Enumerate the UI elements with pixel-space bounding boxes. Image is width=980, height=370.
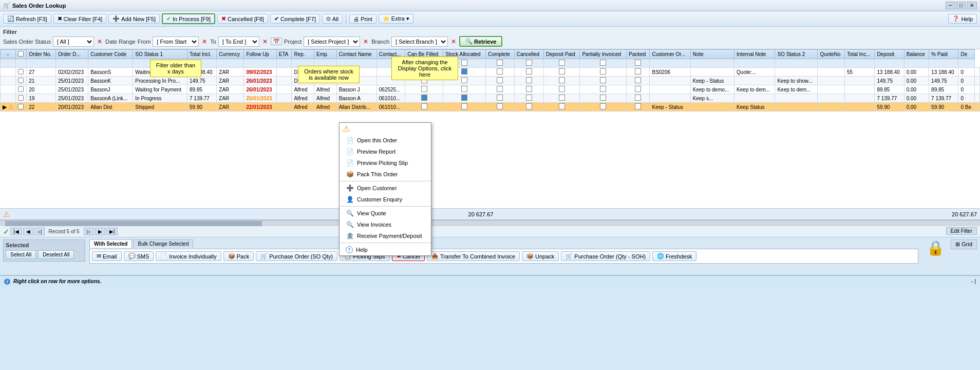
- col-partially-invoiced[interactable]: Partially Invoiced: [580, 50, 627, 59]
- col-minus[interactable]: -: [1, 50, 16, 59]
- project-select[interactable]: [ Select Project ]: [304, 36, 360, 47]
- table-row[interactable]: ▶ ⚠ 22 20/01/2023 Allan Dist Shipped 59.…: [1, 103, 980, 112]
- col-so-status-1[interactable]: SO Status 1: [133, 50, 187, 59]
- col-deposit-paid[interactable]: Deposit Paid: [544, 50, 580, 59]
- col-contact-name[interactable]: Contact Name: [336, 50, 376, 59]
- col-customer-code[interactable]: Customer Code: [88, 50, 133, 59]
- next-record-button[interactable]: ▶: [95, 228, 105, 235]
- extra-button[interactable]: ⭐ Extra ▾: [379, 14, 413, 24]
- unpack-button[interactable]: 📦 Unpack: [522, 251, 559, 261]
- col-customer-or[interactable]: Customer Or...: [650, 50, 690, 59]
- first-record-button[interactable]: |◀: [10, 228, 22, 235]
- branch-clear-button[interactable]: ✕: [450, 38, 457, 45]
- col-rep[interactable]: Rep.: [292, 50, 314, 59]
- ctx-customer-enquiry[interactable]: 👤 Customer Enquiry: [340, 194, 431, 205]
- row-checkbox[interactable]: [18, 69, 24, 75]
- col-order-date[interactable]: Order D...: [55, 50, 88, 59]
- retrieve-button[interactable]: 🔍 Retrieve: [459, 36, 502, 47]
- ctx-preview-report[interactable]: 📄 Preview Report: [340, 146, 431, 157]
- freshdesk-button[interactable]: 🌐 Freshdesk: [652, 251, 696, 261]
- ctx-preview-picking-slip[interactable]: 📄 Preview Picking Slip: [340, 157, 431, 169]
- clear-filter-button[interactable]: ✖ Clear Filter [F4]: [53, 14, 107, 24]
- col-quote-no[interactable]: QuoteNo: [818, 50, 845, 59]
- col-packed[interactable]: Packed: [627, 50, 650, 59]
- ctx-help[interactable]: ? Help: [340, 244, 431, 255]
- select-all-button[interactable]: Select All: [6, 250, 36, 259]
- ctx-view-invoices[interactable]: 🔍 View Invoices: [340, 219, 431, 230]
- maximize-button[interactable]: □: [956, 2, 966, 9]
- sms-button[interactable]: 💬 SMS: [124, 251, 154, 261]
- col-internal-note[interactable]: Internal Note: [734, 50, 775, 59]
- col-currency[interactable]: Currency: [217, 50, 244, 59]
- minimize-button[interactable]: ─: [946, 2, 955, 9]
- col-can-be-filled[interactable]: Can Be Filled: [405, 50, 443, 59]
- help-button[interactable]: ❓ Help: [948, 14, 977, 24]
- horizontal-scrollbar[interactable]: [0, 220, 980, 226]
- email-button[interactable]: ✉ Email: [92, 251, 122, 261]
- status-select[interactable]: [ All ]: [53, 36, 94, 47]
- table-row[interactable]: 27 02/02/2023 BassonS Waiting for Paymen…: [1, 68, 980, 77]
- col-deposit[interactable]: Deposit: [875, 50, 904, 59]
- col-note[interactable]: Note: [690, 50, 734, 59]
- next-page-button[interactable]: ▷: [84, 228, 94, 235]
- col-so-status-2[interactable]: SO Status 2: [775, 50, 818, 59]
- col-eta[interactable]: ETA: [276, 50, 292, 59]
- ctx-open-customer[interactable]: ➕ Open Customer: [340, 182, 431, 194]
- bulk-change-tab[interactable]: Bulk Change Selected: [133, 239, 193, 248]
- pack-button[interactable]: 📦 Pack: [223, 251, 254, 261]
- calendar-button[interactable]: 📅: [271, 38, 282, 45]
- with-selected-tab[interactable]: With Selected: [89, 239, 132, 248]
- row-checkbox[interactable]: [18, 95, 24, 101]
- cancelled-button[interactable]: ✖ Cancelled [F8]: [217, 14, 268, 24]
- complete-button[interactable]: ✔ Complete [F7]: [270, 14, 320, 24]
- add-new-button[interactable]: ➕ Add New [F5]: [108, 14, 160, 24]
- col-total-incl[interactable]: Total Incl.: [187, 50, 217, 59]
- col-total-inc2[interactable]: Total Inc...: [844, 50, 874, 59]
- row-checkbox[interactable]: [18, 78, 24, 83]
- row-checkbox[interactable]: [18, 104, 24, 109]
- branch-select[interactable]: [ Select Branch ]: [391, 36, 448, 47]
- from-select[interactable]: [ From Start ]: [153, 36, 199, 47]
- col-contact2[interactable]: Contact...: [376, 50, 405, 59]
- ctx-pack-order[interactable]: 📦 Pack This Order: [340, 169, 431, 180]
- to-clear-button[interactable]: ✕: [261, 38, 269, 45]
- prev-record-button[interactable]: ◀: [23, 228, 33, 235]
- transfer-combined-button[interactable]: 📤 Transfer To Combined Invoice: [427, 251, 520, 261]
- table-container[interactable]: Orders where stock is available now - Or…: [0, 49, 980, 209]
- to-select[interactable]: [ To End ]: [218, 36, 259, 47]
- from-clear-button[interactable]: ✕: [201, 38, 208, 45]
- purchase-order-qty-button[interactable]: 🛒 Purchase Order (SO Qty): [256, 251, 337, 261]
- in-process-button[interactable]: ✔ In Process [F9]: [162, 13, 215, 24]
- row-checkbox[interactable]: [18, 86, 24, 92]
- refresh-button[interactable]: 🔄 Refresh [F3]: [3, 14, 51, 24]
- last-record-button[interactable]: ▶|: [106, 228, 118, 235]
- grid-button[interactable]: ⊞ Grid: [951, 239, 977, 249]
- context-menu[interactable]: ⚠ 📄 Open this Order 📄 Preview Report 📄 P…: [339, 122, 431, 256]
- all-button[interactable]: ⊙ All: [322, 14, 343, 24]
- col-complete[interactable]: Complete: [486, 50, 515, 59]
- col-cancelled[interactable]: Cancelled: [514, 50, 543, 59]
- col-follow-up[interactable]: Follow Up: [244, 50, 276, 59]
- col-balance[interactable]: Balance: [904, 50, 929, 59]
- close-button[interactable]: ✕: [967, 2, 977, 9]
- table-row[interactable]: 19 25/01/2023 BassonA (Link... In Progre…: [1, 94, 980, 103]
- ctx-receive-payment[interactable]: 🏦 Receive Payment/Deposit: [340, 230, 431, 242]
- col-pct-paid[interactable]: % Paid: [929, 50, 958, 59]
- table-row[interactable]: 20 25/01/2023 BassonJ Waiting for Paymen…: [1, 85, 980, 94]
- ctx-open-order[interactable]: 📄 Open this Order: [340, 135, 431, 146]
- prev-page-button[interactable]: ◁: [34, 228, 45, 235]
- scrollbar-thumb[interactable]: [5, 221, 262, 226]
- purchase-order-soh-button[interactable]: 🛒 Purchase Order (Qty - SOH): [561, 251, 650, 261]
- col-checkbox-all[interactable]: [15, 50, 26, 59]
- col-order-no[interactable]: Order No.: [27, 50, 56, 59]
- col-emp[interactable]: Emp.: [314, 50, 337, 59]
- project-clear-button[interactable]: ✕: [362, 38, 369, 45]
- col-stock-allocated[interactable]: Stock Allocated: [443, 50, 486, 59]
- ctx-view-quote[interactable]: 🔍 View Quote: [340, 208, 431, 219]
- print-button[interactable]: 🖨 Print: [349, 14, 376, 24]
- deselect-all-button[interactable]: Deselect All: [38, 250, 74, 259]
- edit-filter-button[interactable]: Edit Filter: [946, 227, 977, 235]
- col-de[interactable]: De: [958, 50, 975, 59]
- status-clear-button[interactable]: ✕: [96, 38, 103, 45]
- invoice-individually-button[interactable]: 📄 Invoice Individually: [156, 251, 221, 261]
